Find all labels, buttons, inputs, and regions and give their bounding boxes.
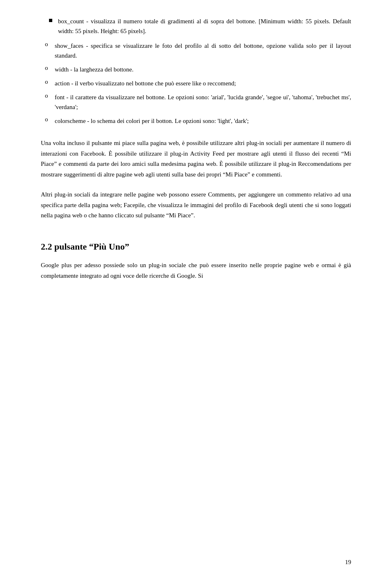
sub-marker-1: o xyxy=(45,41,51,48)
bullet-text-box-count: box_count - visualizza il numero totale … xyxy=(58,16,351,36)
sub-item-action: o action - il verbo visualizzato nel bot… xyxy=(45,78,351,88)
sub-marker-3: o xyxy=(45,78,51,85)
bullet-square-icon xyxy=(49,19,52,22)
sub-list: o show_faces - specifica se visualizzare… xyxy=(41,41,351,126)
paragraph-2: Altri plug-in sociali da integrare nelle… xyxy=(41,190,351,221)
paragraphs-section: Una volta incluso il pulsante mi piace s… xyxy=(41,138,351,221)
paragraph-1: Una volta incluso il pulsante mi piace s… xyxy=(41,138,351,180)
top-content: box_count - visualizza il numero totale … xyxy=(41,16,351,126)
sub-item-colorscheme: o colorscheme - lo schema dei colori per… xyxy=(45,116,351,126)
page-number: 19 xyxy=(345,559,351,566)
section-paragraph: Google plus per adesso possiede solo un … xyxy=(41,260,351,281)
section-heading-piu-uno: 2.2 pulsante “Più Uno” xyxy=(41,241,351,253)
section-piu-uno: 2.2 pulsante “Più Uno” Google plus per a… xyxy=(41,241,351,281)
sub-item-show-faces: o show_faces - specifica se visualizzare… xyxy=(45,41,351,60)
sub-marker-2: o xyxy=(45,65,51,71)
sub-text-colorscheme: colorscheme - lo schema dei colori per i… xyxy=(55,116,351,126)
sub-text-font: font - il carattere da visualizzare nel … xyxy=(55,92,351,112)
sub-text-show-faces: show_faces - specifica se visualizzare l… xyxy=(55,41,351,60)
bullet-item-box-count: box_count - visualizza il numero totale … xyxy=(41,16,351,36)
sub-marker-4: o xyxy=(45,92,51,99)
sub-marker-5: o xyxy=(45,116,51,123)
page-container: box_count - visualizza il numero totale … xyxy=(0,0,392,578)
sub-item-width: o width - la larghezza del bottone. xyxy=(45,65,351,74)
sub-text-action: action - il verbo visualizzato nel botto… xyxy=(55,78,351,88)
sub-item-font: o font - il carattere da visualizzare ne… xyxy=(45,92,351,112)
sub-text-width: width - la larghezza del bottone. xyxy=(55,65,351,74)
